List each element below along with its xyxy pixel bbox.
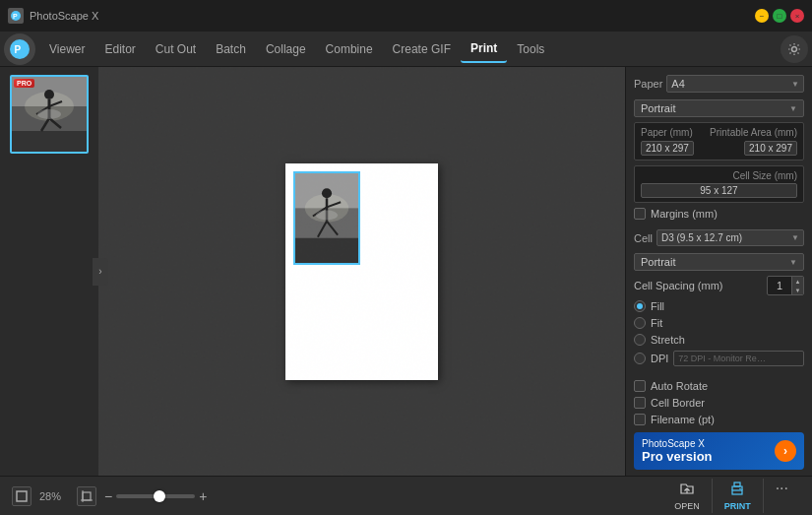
- navbar: P Viewer Editor Cut Out Batch Collage Co…: [0, 32, 812, 67]
- zoom-plus-button[interactable]: +: [199, 488, 207, 504]
- canvas-area: [98, 67, 625, 476]
- print-button[interactable]: PRINT: [713, 479, 764, 513]
- cell-spacing-spinner[interactable]: 1 ▲ ▼: [767, 276, 804, 295]
- open-label: OPEN: [674, 501, 700, 511]
- print-icon: [729, 481, 745, 499]
- svg-point-15: [37, 109, 61, 119]
- filename-row: Filename (pt): [634, 414, 804, 425]
- titlebar: P PhotoScape X − □ ×: [0, 0, 812, 32]
- dpi-row: DPI 72 DPI - Monitor Resolution ...: [634, 351, 804, 366]
- margins-label: Margins (mm): [651, 208, 718, 220]
- dpi-label: DPI: [651, 353, 668, 364]
- svg-rect-34: [732, 490, 742, 494]
- thumbnail-strip: PRO: [0, 67, 98, 476]
- paper-row: Paper A4 ▼: [634, 75, 804, 93]
- cell-image-content: [295, 173, 358, 263]
- svg-rect-28: [83, 492, 91, 500]
- zoom-minus-button[interactable]: −: [104, 488, 112, 504]
- crop-button[interactable]: [77, 486, 96, 506]
- maximize-button[interactable]: □: [773, 9, 786, 23]
- more-label: [781, 498, 783, 508]
- filename-label: Filename (pt): [651, 414, 715, 425]
- dpi-input[interactable]: 72 DPI - Monitor Resolution ...: [673, 351, 804, 366]
- svg-point-4: [792, 46, 797, 51]
- nav-cutout[interactable]: Cut Out: [146, 35, 206, 63]
- more-icon: ···: [776, 481, 788, 496]
- nav-combine[interactable]: Combine: [316, 35, 383, 63]
- paper-select[interactable]: A4 ▼: [666, 75, 804, 93]
- fit-radio-row: Fit: [634, 317, 804, 329]
- svg-rect-7: [12, 131, 87, 152]
- paper-mm-label: Paper (mm): [641, 127, 693, 138]
- paper-label: Paper: [634, 78, 662, 90]
- margins-row: Margins (mm): [634, 208, 804, 220]
- filename-checkbox[interactable]: [634, 414, 646, 425]
- promo-banner[interactable]: PhotoScape X Pro version ›: [634, 432, 804, 470]
- printable-label: Printable Area (mm): [710, 127, 797, 138]
- promo-sub: PhotoScape X: [642, 438, 713, 449]
- cell-border-checkbox[interactable]: [634, 397, 646, 409]
- more-button[interactable]: ···: [764, 479, 800, 513]
- cell-spacing-value: 1: [768, 279, 791, 292]
- cell-border-label: Cell Border: [651, 397, 705, 409]
- spin-down-button[interactable]: ▼: [791, 286, 803, 294]
- cell-orientation-select[interactable]: Portrait ▼: [634, 253, 804, 271]
- fill-radio[interactable]: [634, 300, 646, 312]
- print-label: PRINT: [724, 501, 751, 511]
- nav-viewer[interactable]: Viewer: [39, 35, 94, 63]
- nav-print[interactable]: Print: [461, 35, 507, 63]
- paper-dropdown-arrow: ▼: [791, 80, 799, 89]
- nav-editor[interactable]: Editor: [94, 35, 145, 63]
- cell-orientation-arrow: ▼: [789, 258, 797, 267]
- zoom-percent: 28%: [39, 490, 69, 502]
- svg-point-20: [322, 188, 332, 198]
- thumbnail-item[interactable]: PRO: [10, 75, 89, 154]
- pro-badge: PRO: [14, 79, 34, 88]
- close-button[interactable]: ×: [790, 9, 804, 23]
- fit-label: Fit: [651, 317, 662, 329]
- spin-up-button[interactable]: ▲: [791, 277, 803, 286]
- promo-title: Pro version: [642, 449, 713, 464]
- thumbnail-image: [12, 77, 87, 152]
- settings-button[interactable]: [781, 35, 808, 63]
- fit-radio[interactable]: [634, 317, 646, 329]
- auto-rotate-checkbox[interactable]: [634, 380, 646, 392]
- open-button[interactable]: OPEN: [662, 479, 713, 513]
- margins-checkbox[interactable]: [634, 208, 646, 220]
- nav-tools[interactable]: Tools: [507, 35, 554, 63]
- cell-size-info-box: Cell Size (mm) 95 x 127: [634, 165, 804, 203]
- svg-point-26: [316, 210, 338, 220]
- cell-row: Cell D3 (9.5 x 12.7 cm) ▼: [634, 229, 804, 246]
- cell-border-row: Cell Border: [634, 397, 804, 409]
- panel-collapse-arrow[interactable]: ›: [93, 258, 108, 286]
- dpi-value: 72 DPI - Monitor Resolution ...: [678, 354, 767, 363]
- zoom-slider-thumb[interactable]: [154, 490, 165, 502]
- nav-creategif[interactable]: Create GIF: [383, 35, 461, 63]
- zoom-slider[interactable]: [116, 494, 195, 498]
- auto-rotate-label: Auto Rotate: [651, 380, 708, 392]
- open-icon: [679, 481, 695, 499]
- print-cell: [293, 171, 360, 265]
- paper-info-box: Paper (mm) Printable Area (mm) 210 x 297…: [634, 122, 804, 161]
- nav-collage[interactable]: Collage: [256, 35, 316, 63]
- main-content: PRO: [0, 67, 812, 476]
- svg-text:P: P: [15, 44, 22, 55]
- stretch-radio[interactable]: [634, 334, 646, 346]
- cell-size-label: Cell Size (mm): [641, 170, 797, 181]
- paper-mm-value: 210 x 297: [641, 141, 694, 156]
- orientation-dropdown-arrow: ▼: [789, 104, 797, 113]
- cell-select[interactable]: D3 (9.5 x 12.7 cm) ▼: [656, 229, 804, 246]
- frame-button[interactable]: [12, 486, 31, 506]
- app-icon: P: [8, 8, 24, 24]
- promo-arrow-button[interactable]: ›: [775, 440, 796, 462]
- minimize-button[interactable]: −: [755, 9, 769, 23]
- svg-text:P: P: [13, 13, 18, 20]
- right-panel: Paper A4 ▼ Portrait ▼ Paper (mm) Printab…: [625, 67, 812, 476]
- dpi-radio[interactable]: [634, 353, 646, 364]
- print-preview-page: [285, 163, 438, 380]
- fill-label: Fill: [651, 300, 664, 312]
- nav-batch[interactable]: Batch: [206, 35, 256, 63]
- svg-point-36: [739, 488, 741, 490]
- orientation-select[interactable]: Portrait ▼: [634, 99, 804, 117]
- zoom-slider-container: − +: [104, 488, 207, 504]
